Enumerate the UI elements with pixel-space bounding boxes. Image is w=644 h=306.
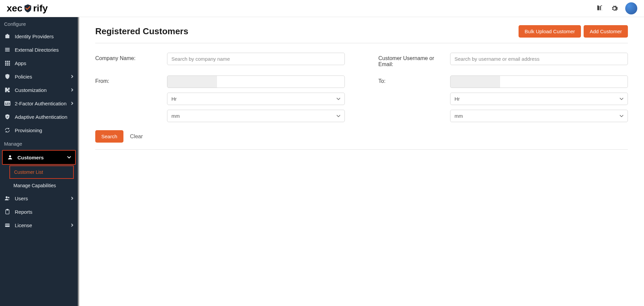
svg-rect-6 bbox=[7, 61, 8, 62]
badge-icon bbox=[4, 33, 11, 40]
sidebar-sub-manage-capabilities[interactable]: Manage Capabilities bbox=[0, 180, 78, 192]
company-label: Company Name: bbox=[95, 53, 159, 61]
chevron-right-icon bbox=[70, 75, 74, 78]
company-input[interactable] bbox=[167, 53, 345, 65]
avatar[interactable] bbox=[625, 2, 637, 14]
clear-button[interactable]: Clear bbox=[130, 134, 143, 140]
sidebar-section-configure: Configure bbox=[0, 17, 78, 30]
filter-company: Company Name: bbox=[95, 53, 345, 67]
username-input[interactable] bbox=[450, 53, 628, 65]
chevron-down-icon bbox=[67, 156, 71, 159]
svg-rect-3 bbox=[5, 49, 10, 50]
logo-text-2: rify bbox=[33, 3, 48, 14]
clipboard-icon bbox=[4, 208, 11, 215]
logo-shield-icon bbox=[23, 4, 33, 13]
svg-rect-4 bbox=[5, 51, 10, 51]
to-date-input[interactable] bbox=[450, 75, 628, 88]
bulk-upload-button[interactable]: Bulk Upload Customer bbox=[519, 25, 581, 38]
book-icon[interactable] bbox=[596, 4, 604, 12]
sidebar-item-policies[interactable]: Policies bbox=[0, 70, 78, 83]
logo-text-1: xec bbox=[7, 3, 22, 14]
svg-rect-0 bbox=[5, 35, 9, 39]
number-icon: 123 bbox=[4, 100, 11, 107]
from-hr-select[interactable]: Hr bbox=[167, 93, 345, 105]
svg-text:123: 123 bbox=[5, 102, 10, 105]
sidebar-label: External Directories bbox=[15, 47, 59, 53]
filter-actions: Search Clear bbox=[95, 130, 628, 143]
main: Registered Customers Bulk Upload Custome… bbox=[79, 17, 644, 306]
person-icon bbox=[7, 154, 13, 161]
shield-icon bbox=[4, 73, 11, 80]
filters: Company Name: Customer Username or Email… bbox=[95, 43, 628, 150]
sidebar-item-provisioning[interactable]: Provisioning bbox=[0, 123, 78, 137]
svg-rect-1 bbox=[7, 34, 8, 35]
list-icon bbox=[4, 46, 11, 53]
chevron-right-icon bbox=[70, 88, 74, 92]
chevron-right-icon bbox=[70, 197, 74, 200]
sidebar-item-identity-providers[interactable]: Identity Providers bbox=[0, 30, 78, 43]
to-mm-select[interactable]: mm bbox=[450, 110, 628, 122]
sidebar-sub-customer-list[interactable]: Customer List bbox=[9, 165, 74, 179]
svg-point-16 bbox=[9, 155, 11, 157]
svg-rect-10 bbox=[9, 63, 10, 64]
sidebar-item-adaptive-auth[interactable]: Adaptive Authentication bbox=[0, 110, 78, 123]
logo[interactable]: xec rify bbox=[7, 3, 48, 14]
sidebar-label: Customization bbox=[15, 87, 47, 93]
sidebar-item-apps[interactable]: Apps bbox=[0, 56, 78, 70]
chevron-right-icon bbox=[70, 102, 74, 105]
to-hr-select[interactable]: Hr bbox=[450, 93, 628, 105]
filter-to: To: Hr mm bbox=[378, 75, 628, 122]
sidebar: Configure Identity Providers External Di… bbox=[0, 17, 79, 306]
svg-rect-11 bbox=[5, 64, 6, 66]
header-actions: Bulk Upload Customer Add Customer bbox=[519, 25, 628, 38]
sidebar-label: Users bbox=[15, 196, 28, 201]
sidebar-label: Customers bbox=[17, 155, 44, 160]
sidebar-item-2fa[interactable]: 123 2-Factor Authentication bbox=[0, 97, 78, 110]
page-title: Registered Customers bbox=[95, 26, 188, 37]
add-customer-button[interactable]: Add Customer bbox=[584, 25, 628, 38]
sidebar-label: License bbox=[15, 222, 32, 228]
from-label: From: bbox=[95, 75, 159, 84]
gear-icon[interactable] bbox=[610, 4, 619, 12]
grid-icon bbox=[4, 60, 11, 66]
sidebar-label: Provisioning bbox=[15, 128, 42, 133]
topbar: xec rify bbox=[0, 0, 644, 17]
page-header: Registered Customers Bulk Upload Custome… bbox=[95, 25, 628, 43]
sidebar-item-reports[interactable]: Reports bbox=[0, 205, 78, 218]
card-icon bbox=[4, 222, 11, 228]
topbar-right bbox=[596, 2, 637, 14]
svg-point-18 bbox=[8, 197, 10, 199]
svg-rect-9 bbox=[7, 63, 8, 64]
svg-rect-20 bbox=[7, 209, 8, 210]
sidebar-item-customization[interactable]: Customization bbox=[0, 83, 78, 97]
sidebar-label: 2-Factor Authentication bbox=[15, 101, 66, 106]
svg-rect-12 bbox=[7, 64, 8, 66]
from-mm-select[interactable]: mm bbox=[167, 110, 345, 122]
people-icon bbox=[4, 195, 11, 202]
sidebar-label: Identity Providers bbox=[15, 34, 54, 39]
svg-rect-13 bbox=[9, 64, 10, 66]
chevron-right-icon bbox=[70, 223, 74, 227]
sidebar-item-users[interactable]: Users bbox=[0, 192, 78, 205]
sidebar-item-license[interactable]: License bbox=[0, 218, 78, 232]
shield-check-icon bbox=[4, 113, 11, 120]
sidebar-section-manage: Manage bbox=[0, 137, 78, 149]
svg-rect-7 bbox=[9, 61, 10, 62]
to-label: To: bbox=[378, 75, 442, 84]
filter-username: Customer Username or Email: bbox=[378, 53, 628, 67]
sidebar-item-customers[interactable]: Customers bbox=[2, 150, 76, 165]
sidebar-label: Apps bbox=[15, 60, 26, 66]
svg-rect-5 bbox=[5, 61, 6, 62]
sidebar-label: Adaptive Authentication bbox=[15, 114, 67, 120]
search-button[interactable]: Search bbox=[95, 130, 123, 143]
svg-rect-2 bbox=[5, 48, 10, 49]
sidebar-label: Policies bbox=[15, 74, 32, 80]
username-label: Customer Username or Email: bbox=[378, 53, 442, 67]
svg-rect-8 bbox=[5, 63, 6, 64]
filter-from: From: Hr mm bbox=[95, 75, 345, 122]
svg-point-17 bbox=[6, 196, 8, 198]
puzzle-icon bbox=[4, 87, 11, 93]
svg-rect-22 bbox=[5, 225, 10, 225]
sidebar-item-external-directories[interactable]: External Directories bbox=[0, 43, 78, 56]
from-date-input[interactable] bbox=[167, 75, 345, 88]
